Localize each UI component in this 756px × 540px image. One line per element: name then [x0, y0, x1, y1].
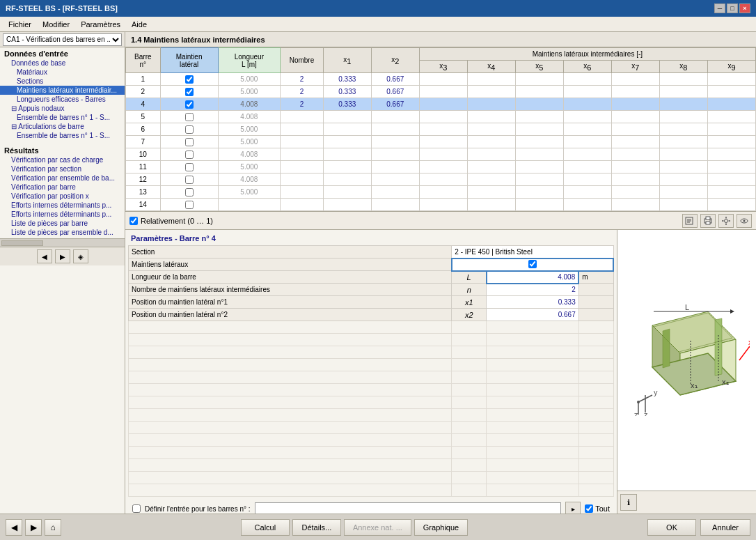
table-cell-checkbox[interactable]: [160, 98, 218, 111]
case-dropdown[interactable]: CA1 - Vérification des barres en ...: [3, 33, 122, 46]
params-checkbox[interactable]: [528, 260, 537, 268]
apply-icon-btn[interactable]: ▸: [565, 502, 581, 514]
nav-back-button[interactable]: ◀: [6, 519, 22, 536]
sidebar-item-maintiens[interactable]: Maintiens latéraux intermédiair...: [0, 86, 125, 95]
table-cell-extra: [659, 123, 707, 136]
row-checkbox[interactable]: [185, 151, 194, 159]
left-nav-btn1[interactable]: ◀: [37, 249, 52, 263]
annexe-button[interactable]: Annexe nat. ...: [344, 519, 411, 536]
main-table-wrapper[interactable]: Barren° Maintienlatéral LongueurL [m] No…: [125, 47, 756, 211]
table-cell-checkbox[interactable]: [160, 111, 218, 123]
params-empty-cell: [578, 434, 613, 447]
row-checkbox[interactable]: [185, 163, 194, 171]
params-empty-cell: [129, 346, 452, 359]
sidebar-item-longueurs[interactable]: Longueurs efficaces - Barres: [0, 95, 125, 104]
table-cell-x1: [323, 136, 371, 148]
row-checkbox[interactable]: [185, 176, 194, 184]
table-cell-extra: [515, 148, 563, 161]
sidebar-result-section[interactable]: Vérification par section: [0, 164, 125, 173]
bar-numbers-input[interactable]: [255, 502, 562, 514]
menu-fichier[interactable]: Fichier: [3, 19, 37, 30]
row-checkbox[interactable]: [185, 125, 194, 134]
row-checkbox[interactable]: [185, 113, 194, 121]
table-icon-btn2[interactable]: [700, 214, 716, 228]
ok-button[interactable]: OK: [647, 519, 696, 536]
relativement-label[interactable]: Relativement (0 … 1): [141, 217, 213, 225]
table-cell-checkbox[interactable]: [160, 161, 218, 173]
table-cell-extra: [515, 86, 563, 98]
params-empty-cell: [578, 359, 613, 371]
params-checkbox-value[interactable]: [452, 259, 613, 271]
sidebar-result-liste-barre[interactable]: Liste de pièces par barre: [0, 219, 125, 228]
table-cell-extra: [611, 161, 659, 173]
row-checkbox[interactable]: [185, 100, 194, 109]
row-checkbox[interactable]: [185, 88, 194, 96]
menu-aide[interactable]: Aide: [126, 19, 152, 30]
table-cell-extra: [659, 173, 707, 186]
sidebar-result-barre[interactable]: Vérification par barre: [0, 183, 125, 192]
menu-parametres[interactable]: Paramètres: [75, 19, 126, 30]
close-button[interactable]: ×: [739, 3, 750, 13]
info-button[interactable]: ℹ: [620, 494, 637, 511]
left-nav-btn2[interactable]: ▶: [55, 249, 70, 263]
case-dropdown-row: CA1 - Vérification des barres en ...: [0, 32, 125, 47]
table-cell-extra: [419, 136, 467, 148]
sidebar-result-efforts2[interactable]: Efforts internes déterminants p...: [0, 210, 125, 219]
table-cell-checkbox[interactable]: [160, 173, 218, 186]
sidebar-item-materiaux[interactable]: Matériaux: [0, 68, 125, 77]
sidebar-item-appuis[interactable]: ⊟ Appuis nodaux: [0, 104, 125, 113]
row-checkbox[interactable]: [185, 201, 194, 209]
sidebar-result-position[interactable]: Vérification par position x: [0, 192, 125, 201]
sidebar-item-appuis-ensemble[interactable]: Ensemble de barres n° 1 - S...: [0, 113, 125, 122]
menu-modifier[interactable]: Modifier: [37, 19, 75, 30]
sidebar-item-donnees-base[interactable]: Données de base: [0, 59, 125, 68]
table-cell-checkbox[interactable]: [160, 136, 218, 148]
tout-label[interactable]: Tout: [585, 504, 610, 513]
table-cell-checkbox[interactable]: [160, 199, 218, 211]
table-cell-checkbox[interactable]: [160, 148, 218, 161]
sidebar-result-ensemble[interactable]: Vérification par ensemble de ba...: [0, 173, 125, 183]
table-cell-extra: [467, 73, 515, 86]
sidebar-result-cas[interactable]: Vérification par cas de charge: [0, 155, 125, 164]
sidebar-item-articu-ensemble[interactable]: Ensemble de barres n° 1 - S...: [0, 131, 125, 140]
minimize-button[interactable]: ─: [714, 3, 725, 13]
define-checkbox[interactable]: [132, 504, 141, 513]
table-cell-checkbox[interactable]: [160, 86, 218, 98]
table-cell-nombre: [281, 111, 324, 123]
row-checkbox[interactable]: [185, 75, 194, 84]
define-label[interactable]: Définir l'entrée pour les barres n° :: [145, 505, 251, 513]
row-checkbox[interactable]: [185, 188, 194, 196]
table-cell-checkbox[interactable]: [160, 186, 218, 199]
sidebar-item-articulations[interactable]: ⊟ Articulations de barre: [0, 122, 125, 131]
table-icon-btn4[interactable]: [737, 214, 752, 228]
maximize-button[interactable]: □: [727, 3, 738, 13]
annuler-button[interactable]: Annuler: [700, 519, 750, 536]
params-value: 0.333: [487, 296, 579, 309]
params-value: 4.008: [487, 271, 579, 284]
sidebar-result-liste-ensemble[interactable]: Liste de pièces par ensemble d...: [0, 228, 125, 237]
params-empty-cell: [578, 384, 613, 396]
left-nav-btn3[interactable]: ◈: [73, 249, 88, 263]
table-cell-checkbox[interactable]: [160, 123, 218, 136]
table-cell-checkbox[interactable]: [160, 73, 218, 86]
table-icon-btn3[interactable]: [718, 214, 734, 228]
row-checkbox[interactable]: [185, 138, 194, 146]
params-empty-cell: [487, 346, 579, 359]
svg-point-8: [725, 219, 728, 222]
details-button[interactable]: Détails...: [292, 519, 341, 536]
nav-home-button[interactable]: ⌂: [45, 519, 61, 536]
sidebar-item-sections[interactable]: Sections: [0, 77, 125, 86]
sidebar-result-efforts1[interactable]: Efforts internes déterminants p...: [0, 201, 125, 210]
table-cell-extra: [419, 111, 467, 123]
tout-checkbox[interactable]: [585, 504, 593, 513]
table-cell-extra: [611, 136, 659, 148]
graphique-button[interactable]: Graphique: [414, 519, 468, 536]
titlebar: RF-STEEL BS - [RF-STEEL BS] ─ □ ×: [0, 0, 756, 17]
calcul-button[interactable]: Calcul: [241, 519, 290, 536]
table-cell-x1: 0.333: [323, 73, 371, 86]
table-cell-extra: [611, 86, 659, 98]
table-icon-btn1[interactable]: [682, 214, 698, 228]
nav-fwd-button[interactable]: ▶: [25, 519, 42, 536]
table-cell-extra: [419, 186, 467, 199]
relativement-checkbox[interactable]: [129, 217, 138, 225]
